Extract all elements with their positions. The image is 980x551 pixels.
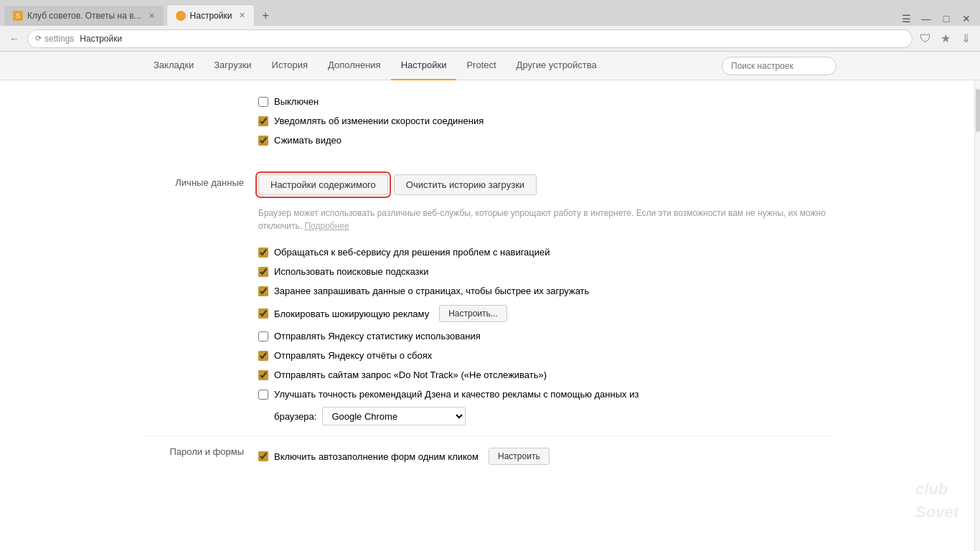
checkbox-row-compress-video: Сжимать видео [258, 131, 831, 150]
checkbox-row-send-errors: Отправлять Яндексу отчёты о сбоях [258, 346, 831, 365]
checkbox-row-dnt: Отправлять сайтам запрос «Do Not Track» … [258, 365, 831, 385]
url-prefix: settings [44, 34, 74, 44]
passwords-content: Включить автозаполнение форм одним клико… [258, 443, 831, 469]
scrollbar-thumb[interactable] [976, 89, 980, 132]
checkbox-compress-video-label: Сжимать видео [274, 135, 341, 146]
checkbox-compress-video[interactable] [258, 136, 268, 146]
description-link[interactable]: Подробнее [304, 221, 349, 231]
content-settings-button[interactable]: Настройки содержимого [258, 174, 388, 195]
checkbox-send-stats-label: Отправлять Яндексу статистику использова… [274, 331, 481, 342]
checkbox-nav-service[interactable] [258, 248, 268, 258]
nav-search [722, 57, 837, 75]
section-label-passwords: Пароли и формы [143, 443, 258, 457]
checkbox-send-errors[interactable] [258, 351, 268, 361]
settings-section: Выключен Уведомлять об изменении скорост… [0, 80, 974, 476]
main-content: Выключен Уведомлять об изменении скорост… [0, 80, 980, 551]
checkbox-block-ads-label: Блокировать шокирующую рекламу [274, 309, 429, 319]
checkbox-block-ads[interactable] [258, 309, 268, 319]
checkbox-dnt[interactable] [258, 370, 268, 380]
checkbox-dzen[interactable] [258, 390, 268, 400]
checkbox-row-send-stats: Отправлять Яндексу статистику использова… [258, 326, 831, 346]
nav-item-addons[interactable]: Дополнения [318, 52, 391, 80]
configure-ads-button[interactable]: Настроить... [439, 305, 507, 322]
nav-item-other-devices[interactable]: Другие устройства [507, 52, 607, 80]
checkbox-row-dzen: Улучшать точность рекомендаций Дзена и к… [258, 385, 831, 404]
tab-bar: S Клуб советов. Ответы на в... ✕ Настрой… [0, 0, 980, 26]
tab-active-favicon [176, 11, 186, 21]
checkbox-autofill-label: Включить автозаполнение форм одним клико… [274, 451, 479, 462]
window-restore-button[interactable]: □ [937, 11, 956, 26]
content-area: Выключен Уведомлять об изменении скорост… [0, 80, 974, 551]
checkbox-row-notify-speed: Уведомлять об изменении скорости соедине… [258, 111, 831, 131]
tab-inactive-label: Клуб советов. Ответы на в... [27, 11, 141, 21]
browser-dropdown[interactable]: Google Chrome Яндекс.Браузер Firefox Ope… [322, 407, 466, 425]
download-icon[interactable]: ⇓ [957, 30, 974, 47]
window-menu-button[interactable]: ☰ [897, 11, 915, 26]
checkbox-vykolyuchen[interactable] [258, 97, 268, 107]
top-checkboxes: Выключен Уведомлять об изменении скорост… [143, 80, 831, 150]
url-reload-icon: ⟳ [35, 34, 42, 43]
tab-active-close[interactable]: ✕ [239, 11, 245, 20]
browser-chrome: S Клуб советов. Ответы на в... ✕ Настрой… [0, 0, 980, 52]
nav-item-protect[interactable]: Protect [456, 52, 506, 80]
checkbox-search-hints-label: Использовать поисковые подсказки [274, 266, 429, 277]
checkbox-row-prefetch: Заранее запрашивать данные о страницах, … [258, 281, 831, 301]
url-text: Настройки [80, 34, 122, 44]
personal-data-section: Личные данные Настройки содержимого Очис… [143, 167, 831, 435]
nav-item-bookmarks[interactable]: Закладки [143, 52, 204, 80]
tab-inactive[interactable]: S Клуб советов. Ответы на в... ✕ [4, 6, 164, 26]
back-button[interactable]: ← [6, 30, 23, 47]
checkbox-vykolyuchen-label: Выключен [274, 96, 319, 107]
tab-inactive-favicon: S [13, 11, 23, 21]
search-input[interactable] [722, 57, 837, 75]
checkbox-notify-speed[interactable] [258, 116, 268, 126]
address-bar: ← ⟳ settings Настройки 🛡 ★ ⇓ [0, 26, 980, 52]
checkbox-row-nav-service: Обращаться к веб-сервису для решения про… [258, 242, 831, 262]
checkbox-dnt-label: Отправлять сайтам запрос «Do Not Track» … [274, 369, 547, 380]
personal-data-description: Браузер может использовать различные веб… [258, 202, 831, 237]
checkbox-row-search-hints: Использовать поисковые подсказки [258, 262, 831, 281]
bookmark-icon[interactable]: ★ [937, 30, 954, 47]
personal-data-content: Настройки содержимого Очистить историю з… [258, 174, 831, 428]
clear-history-button[interactable]: Очистить историю загрузки [394, 174, 537, 195]
checkbox-row-autofill: Включить автозаполнение форм одним клико… [258, 443, 831, 469]
tab-inactive-close[interactable]: ✕ [149, 11, 155, 21]
passwords-section: Пароли и формы Включить автозаполнение ф… [143, 435, 831, 476]
tab-active-label: Настройки [190, 11, 232, 21]
checkbox-autofill[interactable] [258, 451, 268, 461]
checkbox-send-errors-label: Отправлять Яндексу отчёты о сбоях [274, 350, 432, 361]
checkbox-prefetch[interactable] [258, 286, 268, 296]
window-minimize-button[interactable]: — [917, 11, 936, 26]
nav-item-downloads[interactable]: Загрузки [204, 52, 261, 80]
checkbox-row-block-ads: Блокировать шокирующую рекламу Настроить… [258, 301, 831, 326]
checkbox-send-stats[interactable] [258, 331, 268, 342]
settings-nav: Закладки Загрузки История Дополнения Нас… [0, 52, 980, 80]
address-actions: 🛡 ★ ⇓ [917, 30, 974, 47]
nav-item-history[interactable]: История [262, 52, 318, 80]
checkbox-notify-speed-label: Уведомлять об изменении скорости соедине… [274, 116, 484, 126]
window-controls: ☰ — □ ✕ [897, 11, 980, 26]
nav-item-settings[interactable]: Настройки [391, 52, 457, 80]
checkbox-prefetch-label: Заранее запрашивать данные о страницах, … [274, 286, 589, 296]
checkbox-dzen-label: Улучшать точность рекомендаций Дзена и к… [274, 389, 639, 400]
section-label-personal: Личные данные [143, 174, 258, 188]
window-close-button[interactable]: ✕ [957, 11, 976, 26]
configure-autofill-button[interactable]: Настроить [489, 448, 550, 465]
checkbox-row-vykolyuchen: Выключен [258, 92, 831, 111]
url-bar[interactable]: ⟳ settings Настройки [27, 29, 913, 48]
personal-data-buttons: Настройки содержимого Очистить историю з… [258, 174, 831, 195]
browser-label: браузера: [274, 411, 316, 422]
checkbox-nav-service-label: Обращаться к веб-сервису для решения про… [274, 247, 550, 258]
checkbox-search-hints[interactable] [258, 267, 268, 277]
new-tab-button[interactable]: + [255, 6, 275, 26]
browser-row: браузера: Google Chrome Яндекс.Браузер F… [258, 404, 831, 428]
scrollbar-track [974, 80, 980, 551]
shield-icon[interactable]: 🛡 [917, 30, 934, 47]
tab-active[interactable]: Настройки ✕ [166, 4, 255, 26]
